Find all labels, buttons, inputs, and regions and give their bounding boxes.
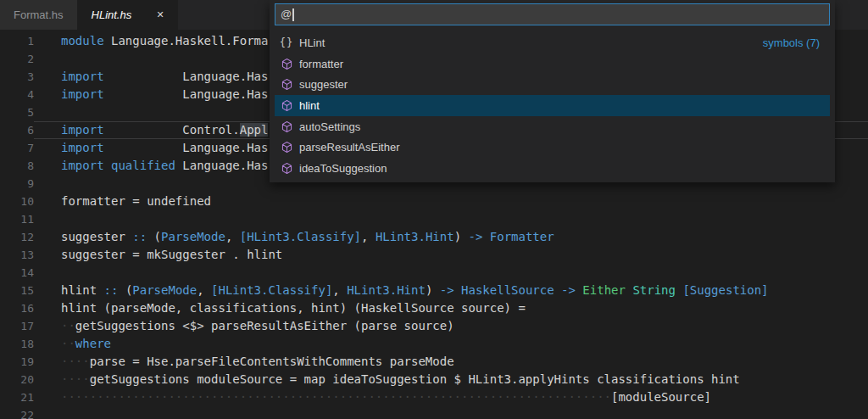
line-number: 4 <box>0 86 34 103</box>
code-line-18[interactable]: 18··where <box>0 335 868 353</box>
symbol-item-autosettings[interactable]: autoSettings <box>275 116 830 137</box>
line-content: hlint (parseMode, classifications, hint)… <box>34 299 868 317</box>
line-content: suggester = mkSuggester . hlint <box>34 246 868 264</box>
quick-open-input[interactable]: @ <box>275 3 830 25</box>
code-line-13[interactable]: 13suggester = mkSuggester . hlint <box>0 246 868 264</box>
symbol-item-hlint[interactable]: {}HLintsymbols (7) <box>275 32 830 53</box>
line-number: 6 <box>0 121 34 139</box>
symbol-label: suggester <box>299 78 348 91</box>
symbol-list: {}HLintsymbols (7)formattersuggesterhlin… <box>275 32 830 179</box>
cube-icon <box>280 78 293 92</box>
cube-icon <box>280 141 293 154</box>
line-number: 21 <box>0 388 34 406</box>
cube-icon <box>280 98 293 112</box>
line-number: 19 <box>0 353 34 371</box>
symbols-count-badge: symbols (7) <box>763 36 820 49</box>
quick-open-widget: @ {}HLintsymbols (7)formattersuggesterhl… <box>270 0 835 182</box>
line-content: suggester :: (ParseMode, [HLint3.Classif… <box>34 228 868 246</box>
code-line-22[interactable]: 22 <box>0 406 868 419</box>
line-number: 7 <box>0 139 34 157</box>
code-line-12[interactable]: 12suggester :: (ParseMode, [HLint3.Class… <box>0 228 868 246</box>
line-number: 9 <box>0 175 34 193</box>
line-number: 1 <box>0 32 34 50</box>
symbol-label: autoSettings <box>299 120 360 133</box>
quick-open-query: @ <box>281 4 292 25</box>
cube-icon <box>280 120 293 133</box>
tab-label: Format.hs <box>10 8 67 21</box>
code-line-11[interactable]: 11 <box>0 210 868 228</box>
line-number: 15 <box>0 282 34 299</box>
line-number: 22 <box>0 406 34 419</box>
symbol-item-ideatosuggestion[interactable]: ideaToSuggestion <box>275 158 830 179</box>
code-line-21[interactable]: 21······································… <box>0 388 868 406</box>
tab-format-hs[interactable]: Format.hs <box>0 0 78 30</box>
line-number: 5 <box>0 103 34 121</box>
tab-label: HLint.hs <box>88 8 136 21</box>
code-line-20[interactable]: 20····getSuggestions moduleSource = map … <box>0 371 868 388</box>
code-line-16[interactable]: 16hlint (parseMode, classifications, hin… <box>0 299 868 317</box>
line-number: 11 <box>0 210 34 228</box>
line-content: ··where <box>34 335 868 353</box>
line-content <box>34 406 868 419</box>
code-line-15[interactable]: 15hlint :: (ParseMode, [HLint3.Classify]… <box>0 282 868 299</box>
symbol-label: ideaToSuggestion <box>299 162 387 175</box>
line-number: 17 <box>0 317 34 335</box>
line-content: ····getSuggestions moduleSource = map id… <box>34 371 868 388</box>
line-number: 8 <box>0 157 34 175</box>
code-line-19[interactable]: 19····parse = Hse.parseFileContentsWithC… <box>0 353 868 371</box>
close-icon[interactable]: ✕ <box>153 8 167 22</box>
tab-hlint-hs[interactable]: HLint.hs✕ <box>78 0 179 30</box>
symbol-label: HLint <box>299 36 325 49</box>
text-cursor <box>292 8 294 21</box>
line-number: 13 <box>0 246 34 264</box>
line-content: hlint :: (ParseMode, [HLint3.Classify], … <box>34 282 868 299</box>
braces-icon: {} <box>280 36 293 49</box>
line-number: 2 <box>0 50 34 68</box>
line-number: 16 <box>0 299 34 317</box>
code-line-14[interactable]: 14 <box>0 264 868 282</box>
symbol-label: formatter <box>299 58 343 70</box>
line-content: ··getSuggestions <$> parseResultAsEither… <box>34 317 868 335</box>
line-number: 10 <box>0 193 34 210</box>
symbol-item-suggester[interactable]: suggester <box>275 74 830 95</box>
symbol-item-formatter[interactable]: formatter <box>275 53 830 75</box>
code-line-17[interactable]: 17··getSuggestions <$> parseResultAsEith… <box>0 317 868 335</box>
line-number: 20 <box>0 371 34 388</box>
line-content: ····parse = Hse.parseFileContentsWithCom… <box>34 353 868 371</box>
line-number: 18 <box>0 335 34 353</box>
line-content <box>34 264 868 282</box>
cube-icon <box>280 161 293 175</box>
line-number: 14 <box>0 264 34 282</box>
line-number: 12 <box>0 228 34 246</box>
vscode-window: Format.hsHLint.hs✕ 1module Language.Hask… <box>0 0 868 419</box>
line-content <box>34 210 868 228</box>
symbol-label: parseResultAsEither <box>299 141 400 154</box>
line-content: ········································… <box>34 388 868 406</box>
symbol-label: hlint <box>299 99 320 112</box>
line-content: formatter = undefined <box>34 193 868 210</box>
symbol-item-parseresultaseither[interactable]: parseResultAsEither <box>275 137 830 158</box>
cube-icon <box>280 57 293 70</box>
line-number: 3 <box>0 68 34 86</box>
code-line-10[interactable]: 10formatter = undefined <box>0 193 868 210</box>
symbol-item-hlint[interactable]: hlint <box>275 95 830 116</box>
